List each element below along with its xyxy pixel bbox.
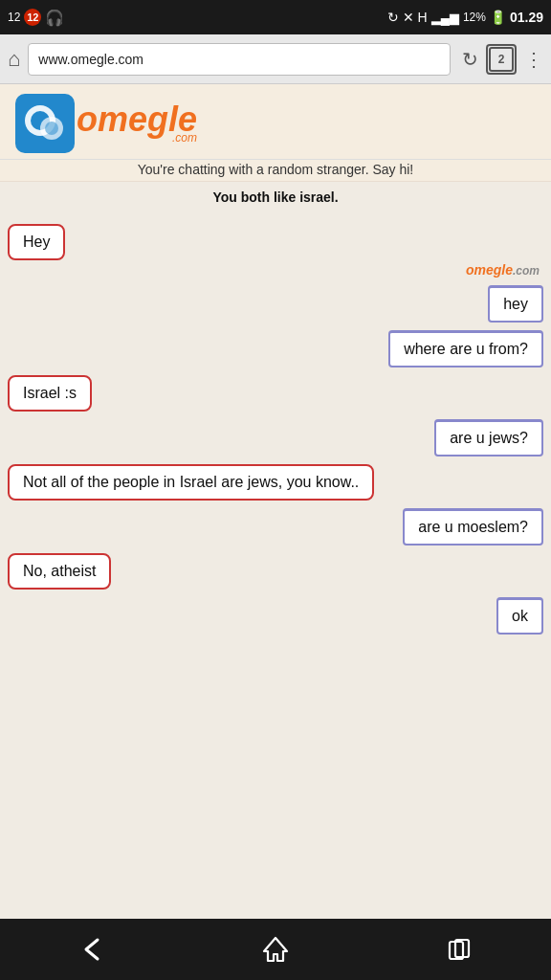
message-text: ok — [512, 608, 528, 624]
bluetooth-icon: ✕ — [403, 10, 414, 25]
message-text: Israel :s — [23, 385, 77, 401]
subtitle-text: You're chatting with a random stranger. … — [138, 162, 414, 177]
omegle-logo: omegle .com — [15, 94, 197, 153]
chat-area: Hey omegle.com hey where are u from? Isr… — [0, 212, 551, 919]
message-text: hey — [503, 296, 528, 312]
clock: 01.29 — [510, 10, 543, 25]
message-text: No, atheist — [23, 563, 96, 579]
back-button[interactable] — [63, 928, 121, 970]
message-row-7: are u moeslem? — [0, 504, 551, 549]
common-interests-text: You both like israel. — [212, 189, 338, 205]
message-row-1: Hey — [0, 220, 551, 264]
status-left: 12 12 🎧 — [8, 9, 64, 27]
bottom-nav — [0, 919, 551, 980]
recents-icon — [444, 934, 474, 965]
message-bubble-stranger-2: where are u from? — [388, 330, 543, 368]
svg-point-4 — [45, 122, 58, 135]
watermark-label: omegle.com — [466, 262, 540, 278]
browser-bar: ⌂ www.omegle.com ↻ 2 ⋮ — [0, 34, 551, 84]
message-text: where are u from? — [404, 341, 528, 357]
omegle-logo-icon — [15, 94, 75, 153]
omegle-header: omegle .com — [0, 84, 551, 160]
logo-com: .com — [172, 131, 197, 145]
message-row-9: ok — [0, 593, 551, 638]
message-row-4: Israel :s — [0, 371, 551, 415]
battery-icon: 🔋 — [490, 10, 506, 25]
message-bubble-you-3: Not all of the people in Israel are jews… — [8, 464, 374, 501]
status-number-1: 12 — [8, 11, 20, 24]
message-bubble-stranger-1: hey — [488, 285, 543, 323]
refresh-button[interactable]: ↻ — [462, 48, 478, 71]
watermark-omegle: omegle — [466, 262, 513, 278]
recents-button[interactable] — [430, 928, 488, 970]
message-text: Not all of the people in Israel are jews… — [23, 474, 359, 490]
status-bar: 12 12 🎧 ↻ ✕ H ▂▄▆ 12% 🔋 01.29 — [0, 0, 551, 34]
home-button[interactable] — [247, 928, 304, 970]
message-row-5: are u jews? — [0, 415, 551, 460]
signal-icon: H — [418, 10, 428, 25]
tabs-count: 2 — [489, 47, 514, 72]
browser-home-button[interactable]: ⌂ — [8, 47, 20, 72]
svg-marker-5 — [264, 938, 287, 961]
logo-text-container: omegle .com — [77, 102, 197, 145]
message-text: are u moeslem? — [418, 519, 528, 535]
message-bubble-you-1: Hey — [8, 224, 65, 260]
omegle-watermark: omegle.com — [0, 262, 551, 278]
message-row-8: No, atheist — [0, 549, 551, 593]
url-text: www.omegle.com — [38, 52, 143, 67]
back-icon — [77, 934, 107, 965]
message-row-2: hey — [0, 281, 551, 326]
message-bubble-you-2: Israel :s — [8, 375, 92, 412]
status-right: ↻ ✕ H ▂▄▆ 12% 🔋 01.29 — [387, 10, 543, 25]
headphone-icon: 🎧 — [45, 9, 64, 27]
watermark-com: .com — [513, 264, 540, 278]
battery-text: 12% — [463, 11, 486, 24]
url-bar[interactable]: www.omegle.com — [28, 43, 451, 76]
message-bubble-you-4: No, atheist — [8, 553, 111, 590]
message-text: Hey — [23, 234, 50, 250]
common-interests: You both like israel. — [0, 182, 551, 212]
home-icon — [260, 934, 291, 965]
chat-subtitle: You're chatting with a random stranger. … — [0, 160, 551, 182]
message-row-3: where are u from? — [0, 326, 551, 371]
message-text: are u jews? — [450, 430, 528, 446]
message-bubble-stranger-5: ok — [496, 597, 543, 635]
message-bubble-stranger-3: are u jews? — [434, 419, 543, 457]
signal-bars: ▂▄▆ — [431, 11, 459, 25]
message-row-6: Not all of the people in Israel are jews… — [0, 460, 551, 504]
status-number-2: 12 — [24, 9, 41, 26]
browser-menu-button[interactable]: ⋮ — [524, 50, 543, 69]
message-bubble-stranger-4: are u moeslem? — [403, 508, 543, 546]
sync-icon: ↻ — [387, 10, 399, 25]
tabs-button[interactable]: 2 — [486, 44, 517, 75]
